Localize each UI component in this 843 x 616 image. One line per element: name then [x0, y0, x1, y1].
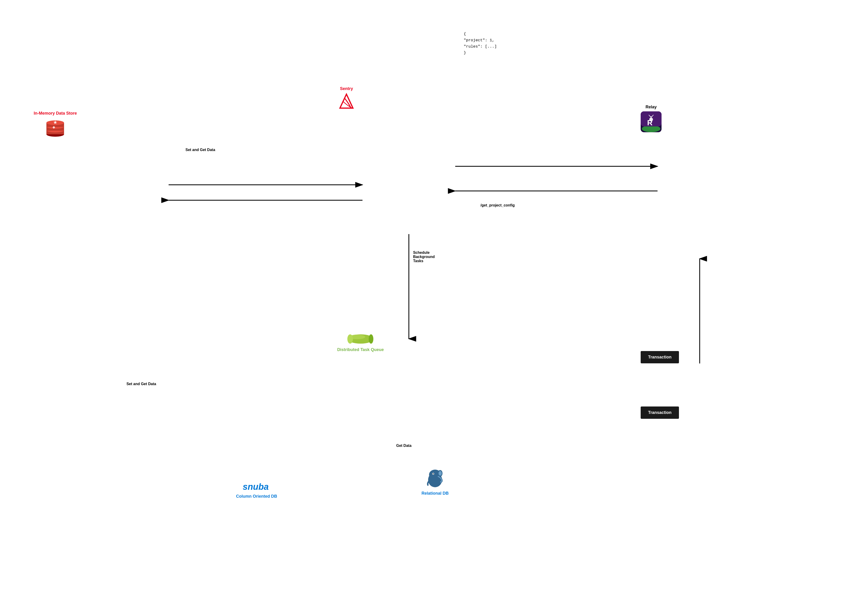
svg-text:snuba: snuba: [243, 482, 269, 491]
svg-point-29: [438, 471, 442, 476]
celery-icon: [347, 333, 374, 345]
label-get-data: Get Data: [396, 444, 412, 448]
label-schedule-bg: Schedule Background Tasks: [413, 246, 435, 263]
svg-point-24: [347, 334, 353, 344]
code-line1: {: [463, 31, 497, 37]
label-set-get-1: Set and Get Data: [185, 148, 215, 152]
relay-label: Relay: [645, 105, 657, 110]
redis-label: In-Memory Data Store: [34, 111, 77, 116]
arrows-svg: [0, 0, 843, 616]
sentry-node: Sentry: [337, 86, 356, 111]
svg-text:R: R: [647, 119, 652, 127]
label-set-get-2: Set and Get Data: [126, 382, 156, 386]
relay-icon: R: [641, 111, 661, 132]
relay-node: Relay R: [641, 105, 661, 132]
postgres-icon: [426, 468, 444, 489]
transaction-1-box: Transaction: [641, 351, 679, 363]
snuba-icon: snuba: [242, 481, 272, 492]
transaction-2-node: Transaction: [641, 406, 679, 419]
snuba-label: Column Oriented DB: [236, 494, 277, 499]
redis-node: In-Memory Data Store: [34, 111, 77, 138]
code-block: { "project": 1, "rules": [...] }: [463, 31, 497, 56]
label-get-project-config: /get_project_config: [481, 203, 515, 207]
code-line4: }: [463, 50, 497, 56]
postgres-node: Relational DB: [422, 468, 449, 496]
sentry-label: Sentry: [340, 86, 353, 91]
transaction-1-node: Transaction: [641, 351, 679, 363]
transaction-2-box: Transaction: [641, 406, 679, 419]
code-line3: "rules": [...]: [463, 43, 497, 50]
code-line2: "project": 1,: [463, 37, 497, 43]
snuba-node: snuba Column Oriented DB: [236, 481, 277, 499]
sentry-icon: [337, 93, 356, 111]
postgres-label: Relational DB: [422, 491, 449, 496]
celery-label: Distributed Task Queue: [337, 347, 384, 352]
redis-icon: [45, 117, 66, 138]
celery-node: Distributed Task Queue: [337, 333, 384, 352]
svg-point-23: [369, 334, 373, 344]
svg-point-31: [433, 473, 434, 474]
